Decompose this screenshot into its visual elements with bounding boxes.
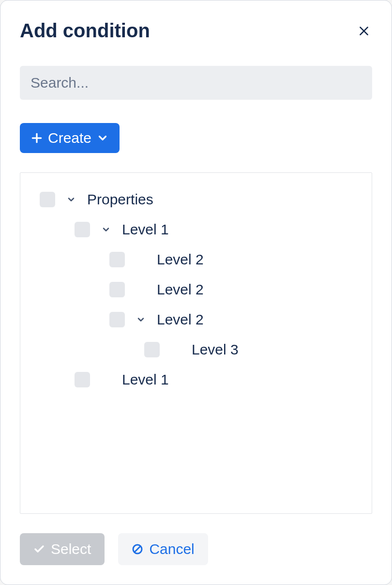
expand-toggle[interactable] [135,313,147,326]
modal-header: Add condition [20,20,372,42]
svg-line-5 [135,546,140,552]
checkbox[interactable] [109,252,125,267]
tree-item-label: Properties [87,191,153,208]
modal-title: Add condition [20,20,150,42]
select-button[interactable]: Select [20,533,105,565]
tree-item[interactable]: Level 2 [30,305,362,335]
create-button-label: Create [48,130,91,146]
checkbox[interactable] [109,312,125,327]
checkbox[interactable] [109,282,125,297]
tree-item[interactable]: Level 3 [30,335,362,365]
checkbox[interactable] [75,222,90,237]
expand-toggle[interactable] [100,223,112,236]
close-icon [358,25,370,37]
tree-item-label: Level 3 [192,341,239,358]
tree-item-label: Level 1 [122,371,169,388]
tree-item-label: Level 2 [157,311,204,328]
tree-item[interactable]: Level 1 [30,365,362,395]
search-input[interactable] [20,66,372,100]
tree-item-label: Level 2 [157,281,204,298]
chevron-down-icon [136,315,146,324]
modal-footer: Select Cancel [20,533,372,565]
tree-item[interactable]: Level 2 [30,275,362,305]
create-button[interactable]: Create [20,123,120,153]
close-button[interactable] [356,23,372,39]
add-condition-modal: Add condition Create Properties [0,0,392,585]
tree-item-label: Level 1 [122,221,169,238]
tree-item[interactable]: Level 2 [30,245,362,275]
expand-toggle[interactable] [65,193,77,206]
cancel-button-label: Cancel [149,541,194,557]
plus-icon [30,132,43,144]
cancel-button[interactable]: Cancel [118,533,208,565]
checkbox[interactable] [144,342,160,357]
tree-item[interactable]: Level 1 [30,215,362,245]
chevron-down-icon [66,195,76,204]
checkbox[interactable] [40,192,55,207]
check-icon [33,543,45,555]
chevron-down-icon [96,132,109,144]
prohibit-icon [132,543,143,555]
tree-container: Properties Level 1 Level 2 Level 2 [20,172,372,514]
select-button-label: Select [51,541,91,557]
tree-item-label: Level 2 [157,251,204,268]
checkbox[interactable] [75,372,90,387]
chevron-down-icon [101,225,111,234]
tree-item[interactable]: Properties [30,185,362,215]
